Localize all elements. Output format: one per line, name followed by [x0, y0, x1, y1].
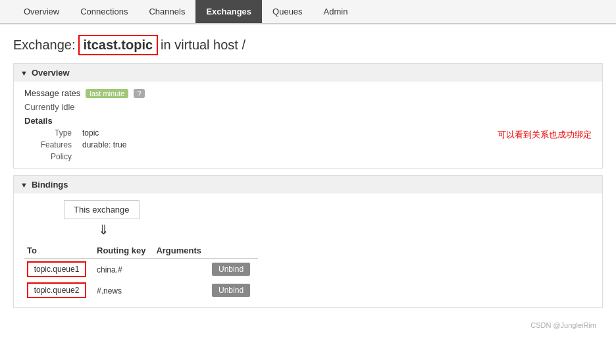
details-label: Details: [24, 116, 484, 126]
overview-section-body: Message rates last minute ? Currently id…: [14, 82, 602, 168]
to-cell-2: topic.queue2: [24, 280, 94, 301]
arguments-cell-1: [153, 259, 209, 280]
col-arguments: Arguments: [153, 243, 209, 259]
question-badge[interactable]: ?: [134, 89, 144, 98]
bindings-table: To Routing key Arguments topic.queue1 ch…: [24, 243, 258, 301]
queue-box-1: topic.queue1: [27, 261, 86, 277]
col-actions: [209, 243, 258, 259]
this-exchange-area: This exchange ⇓: [64, 200, 592, 238]
details-annotation: 可以看到关系也成功绑定: [498, 116, 592, 161]
unbind-button-2[interactable]: Unbind: [212, 284, 250, 297]
policy-val: [82, 152, 484, 161]
nav-exchanges[interactable]: Exchanges: [195, 0, 262, 23]
routing-key-val-2: #.news: [97, 286, 122, 296]
type-key: Type: [24, 128, 77, 138]
exchange-name: itcast.topic: [78, 35, 159, 55]
message-rates-row: Message rates last minute ?: [24, 88, 592, 98]
routing-key-cell-1: china.#: [94, 259, 153, 280]
last-minute-badge[interactable]: last minute: [86, 89, 128, 98]
overview-arrow-icon: ▼: [20, 69, 28, 77]
nav-connections[interactable]: Connections: [70, 0, 138, 23]
arrow-down-icon: ⇓: [64, 222, 143, 238]
title-prefix: Exchange:: [13, 38, 76, 53]
watermark: CSDN @JungleiRim: [13, 321, 603, 329]
page-title: Exchange: itcast.topic in virtual host /: [13, 35, 603, 55]
features-key: Features: [24, 140, 77, 149]
overview-section-header[interactable]: ▼ Overview: [14, 64, 602, 82]
nav-overview[interactable]: Overview: [13, 0, 70, 23]
details-grid: Type topic Features durable: true Policy: [24, 128, 484, 161]
details-content: Details Type topic Features durable: tru…: [24, 116, 592, 161]
bindings-arrow-icon: ▼: [20, 181, 28, 189]
routing-key-val-1: china.#: [97, 265, 122, 274]
bindings-section: ▼ Bindings This exchange ⇓ To Routing ke…: [13, 175, 603, 308]
message-rates-label: Message rates: [24, 88, 80, 98]
page-content: Exchange: itcast.topic in virtual host /…: [0, 24, 616, 340]
title-suffix: in virtual host /: [161, 38, 245, 53]
unbind-button-1[interactable]: Unbind: [212, 263, 250, 276]
nav-channels[interactable]: Channels: [138, 0, 195, 23]
details-left: Details Type topic Features durable: tru…: [24, 116, 484, 161]
type-val: topic: [82, 128, 484, 138]
nav-admin[interactable]: Admin: [313, 0, 359, 23]
arguments-cell-2: [153, 280, 209, 301]
policy-key: Policy: [24, 152, 77, 161]
col-to: To: [24, 243, 94, 259]
col-routing-key: Routing key: [94, 243, 153, 259]
currently-idle: Currently idle: [24, 102, 592, 112]
unbind-cell-1: Unbind: [209, 259, 258, 280]
bindings-section-header[interactable]: ▼ Bindings: [14, 176, 602, 194]
features-val: durable: true: [82, 140, 484, 149]
queue-box-2: topic.queue2: [27, 282, 86, 298]
this-exchange-box: This exchange: [64, 200, 140, 219]
nav-bar: Overview Connections Channels Exchanges …: [0, 0, 616, 24]
table-row: topic.queue1 china.# Unbind: [24, 259, 258, 280]
table-row: topic.queue2 #.news Unbind: [24, 280, 258, 301]
routing-key-cell-2: #.news: [94, 280, 153, 301]
nav-queues[interactable]: Queues: [262, 0, 313, 23]
bindings-section-label: Bindings: [32, 180, 68, 190]
bindings-area: This exchange ⇓ To Routing key Arguments: [14, 194, 602, 307]
bindings-table-header-row: To Routing key Arguments: [24, 243, 258, 259]
overview-section: ▼ Overview Message rates last minute ? C…: [13, 63, 603, 169]
overview-section-label: Overview: [32, 68, 70, 78]
unbind-cell-2: Unbind: [209, 280, 258, 301]
to-cell-1: topic.queue1: [24, 259, 94, 280]
